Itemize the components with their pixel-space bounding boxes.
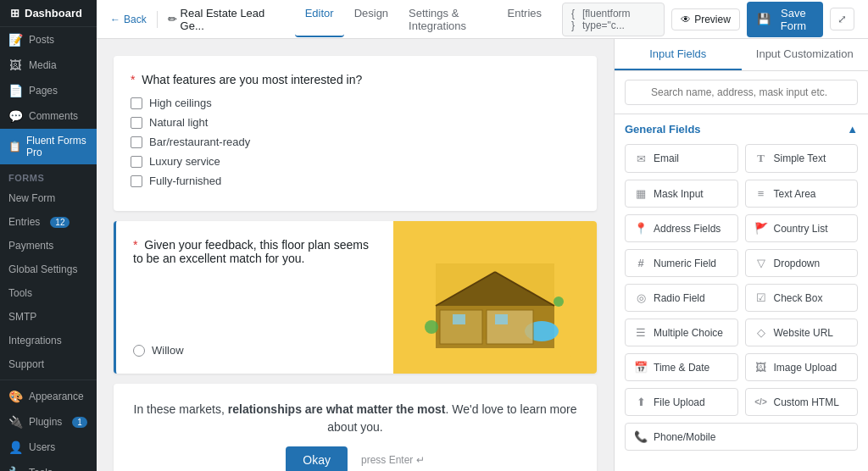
field-country-list[interactable]: 🚩 Country List	[745, 214, 859, 242]
sidebar-item-integrations[interactable]: Integrations	[0, 329, 97, 352]
image-upload-icon: 🖼	[754, 361, 768, 374]
preview-button[interactable]: 👁 Preview	[671, 8, 740, 30]
mask-input-icon: ▦	[634, 187, 648, 200]
sidebar-item-entries[interactable]: Entries 12	[0, 210, 97, 234]
checkbox-natural-light[interactable]: Natural light	[131, 116, 580, 129]
comments-icon: 💬	[8, 109, 22, 123]
svg-rect-9	[453, 314, 465, 324]
dropdown-icon: ▽	[754, 257, 768, 269]
sidebar-item-new-form[interactable]: New Form	[0, 186, 97, 210]
dashboard-icon: ⊞	[10, 7, 19, 19]
field-multiple-choice[interactable]: ☰ Multiple Choice	[625, 319, 738, 346]
sidebar-item-global-settings[interactable]: Global Settings	[0, 258, 97, 281]
main-area: ← Back ✏ Real Estate Lead Ge... Editor D…	[97, 0, 868, 471]
save-icon: 💾	[757, 13, 771, 25]
eye-icon: 👁	[681, 14, 691, 25]
checkbox-furnished[interactable]: Fully-furnished	[131, 175, 580, 187]
field-text-area[interactable]: ≡ Text Area	[745, 180, 859, 208]
field-website-url[interactable]: ◇ Website URL	[745, 319, 859, 346]
tab-design[interactable]: Design	[344, 2, 398, 37]
sidebar-item-appearance[interactable]: 🎨 Appearance	[0, 384, 97, 409]
sidebar-logo[interactable]: ⊞ Dashboard	[0, 0, 97, 27]
field-address-fields[interactable]: 📍 Address Fields	[625, 214, 738, 242]
question1-label: * What features are you most interested …	[131, 73, 580, 86]
sidebar-item-smtp[interactable]: SMTP	[0, 305, 97, 329]
plugins-icon: 🔌	[8, 415, 22, 429]
address-fields-icon: 📍	[634, 222, 648, 235]
field-file-upload[interactable]: ⬆ File Upload	[625, 388, 738, 416]
email-field-icon: ✉	[634, 152, 648, 165]
panel-tab-customization[interactable]: Input Customization	[742, 39, 869, 70]
tab-editor[interactable]: Editor	[295, 2, 344, 37]
expand-button[interactable]: ⤢	[830, 8, 854, 30]
sidebar-item-tools[interactable]: Tools	[0, 281, 97, 305]
field-simple-text[interactable]: T Simple Text	[745, 144, 859, 173]
panel-search: 🔍	[615, 71, 868, 114]
required-star-q2: *	[133, 238, 137, 252]
checkbox-icon	[131, 156, 142, 168]
field-custom-html[interactable]: </> Custom HTML	[745, 388, 859, 416]
checkbox-bar-restaurant[interactable]: Bar/restaurant-ready	[131, 136, 580, 148]
panel-tabs: Input Fields Input Customization	[615, 39, 868, 71]
field-time-date[interactable]: 📅 Time & Date	[625, 353, 738, 381]
sidebar-divider	[0, 380, 97, 380]
panel-tab-input-fields[interactable]: Input Fields	[615, 39, 742, 70]
time-date-icon: 📅	[634, 361, 648, 374]
field-radio-field[interactable]: ◎ Radio Field	[625, 284, 738, 312]
collapse-section-icon[interactable]: ▲	[847, 123, 858, 136]
back-button[interactable]: ← Back	[110, 14, 147, 25]
search-wrapper: 🔍	[625, 80, 858, 105]
field-dropdown[interactable]: ▽ Dropdown	[745, 249, 859, 277]
svg-rect-10	[495, 314, 508, 324]
checkbox-high-ceilings[interactable]: High ceilings	[131, 97, 580, 109]
form-title[interactable]: ✏ Real Estate Lead Ge...	[168, 7, 278, 32]
field-numeric-field[interactable]: # Numeric Field	[625, 249, 738, 277]
field-phone-mobile[interactable]: 📞 Phone/Mobile	[625, 423, 858, 451]
field-check-box[interactable]: ☑ Check Box	[745, 284, 859, 312]
sidebar-item-plugins[interactable]: 🔌 Plugins 1	[0, 409, 97, 435]
sidebar-item-support[interactable]: Support	[0, 352, 97, 376]
sidebar-item-users[interactable]: 👤 Users	[0, 435, 97, 460]
media-icon: 🖼	[8, 58, 22, 72]
save-form-button[interactable]: 💾 Save Form	[747, 2, 823, 37]
radio-field-icon: ◎	[634, 291, 648, 304]
floor-plan-left: * Given your feedback, this floor plan s…	[116, 221, 393, 374]
back-arrow-icon: ←	[110, 14, 120, 25]
sidebar-item-pages[interactable]: 📄 Pages	[0, 78, 97, 103]
floor-plan-svg	[410, 230, 580, 365]
okay-button[interactable]: Okay	[286, 446, 348, 471]
topbar-divider	[157, 11, 158, 28]
floor-plan-image	[393, 221, 597, 374]
sidebar-item-posts[interactable]: 📝 Posts	[0, 27, 97, 53]
general-fields-header: General Fields ▲	[625, 123, 858, 136]
check-box-icon: ☑	[754, 291, 768, 304]
tab-nav: Editor Design Settings & Integrations En…	[295, 2, 552, 37]
shortcode-button[interactable]: { } [fluentform type="c...	[562, 3, 665, 36]
sidebar-item-tools2[interactable]: 🔧 Tools	[0, 460, 97, 471]
field-image-upload[interactable]: 🖼 Image Upload	[745, 353, 859, 381]
tab-entries[interactable]: Entries	[498, 2, 552, 37]
shortcode-icon: { }	[571, 8, 579, 31]
form-card-text: In these markets, relationships are what…	[114, 384, 597, 471]
form-card-q1: * What features are you most interested …	[114, 56, 597, 211]
fluent-forms-icon: 📋	[8, 141, 21, 152]
svg-point-12	[554, 296, 564, 307]
checkbox-luxury[interactable]: Luxury service	[131, 155, 580, 168]
website-url-icon: ◇	[754, 326, 768, 339]
form-card-q2: * Given your feedback, this floor plan s…	[114, 221, 597, 374]
sidebar-item-media[interactable]: 🖼 Media	[0, 53, 97, 78]
field-mask-input[interactable]: ▦ Mask Input	[625, 180, 738, 208]
press-enter-hint: press Enter ↵	[361, 454, 425, 466]
sidebar-item-fluent-forms[interactable]: 📋 Fluent Forms Pro	[0, 129, 97, 164]
fields-grid: ✉ Email T Simple Text ▦ Mask Input ≡ Tex…	[625, 144, 858, 451]
topbar: ← Back ✏ Real Estate Lead Ge... Editor D…	[97, 0, 868, 39]
checkbox-icon	[131, 117, 142, 129]
fields-content: General Fields ▲ ✉ Email T Simple Text ▦…	[615, 114, 868, 471]
sidebar-item-payments[interactable]: Payments	[0, 234, 97, 258]
field-email[interactable]: ✉ Email	[625, 144, 738, 173]
posts-icon: 📝	[8, 33, 22, 47]
sidebar-item-comments[interactable]: 💬 Comments	[0, 103, 97, 129]
search-input[interactable]	[625, 80, 858, 105]
tab-settings[interactable]: Settings & Integrations	[398, 2, 497, 37]
radio-willow[interactable]: Willow	[133, 344, 376, 357]
